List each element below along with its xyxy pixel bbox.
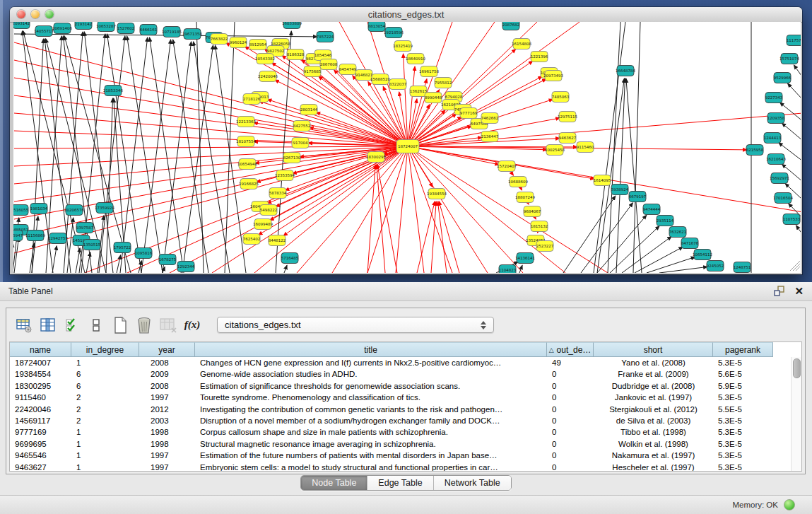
- graph-node[interactable]: 5498222: [260, 205, 278, 216]
- table-row[interactable]: 969969511998Structural magnetic resonanc…: [10, 438, 801, 450]
- zoom-window-icon[interactable]: [45, 10, 54, 18]
- graph-node[interactable]: 1292344: [177, 262, 195, 272]
- graph-node[interactable]: 9777169: [460, 108, 478, 119]
- table-row[interactable]: 977716911998Corpus callosum shape and si…: [10, 426, 801, 438]
- graph-node[interactable]: 2093142: [13, 22, 30, 29]
- graph-node[interactable]: 7663822: [211, 34, 228, 45]
- graph-node[interactable]: 8427552: [293, 121, 311, 132]
- graph-node[interactable]: 12353594: [275, 170, 295, 181]
- memory-status-icon[interactable]: [784, 499, 795, 510]
- function-builder-icon[interactable]: f(x): [183, 316, 201, 334]
- graph-node[interactable]: 8912954: [249, 40, 267, 50]
- table-row[interactable]: 1830029562008Estimation of significance …: [10, 380, 801, 392]
- graph-node[interactable]: 9684067: [524, 206, 541, 217]
- graph-node[interactable]: 17359924: [95, 203, 114, 214]
- graph-node[interactable]: 14136141: [515, 253, 535, 264]
- graph-node[interactable]: 2803144: [300, 105, 318, 115]
- graph-node[interactable]: 2516055: [13, 205, 29, 216]
- graph-node[interactable]: 1350515: [83, 240, 101, 250]
- float-window-icon[interactable]: [773, 286, 786, 297]
- graph-node[interactable]: 18325419: [393, 41, 413, 52]
- minimize-window-icon[interactable]: [31, 10, 40, 18]
- column-header-name[interactable]: name: [10, 342, 71, 357]
- graph-node[interactable]: 12942757: [48, 233, 68, 244]
- column-header-out_degree[interactable]: △out_de…: [547, 342, 594, 357]
- graph-node[interactable]: 1244413: [764, 133, 782, 144]
- graph-node[interactable]: 10654112: [693, 250, 712, 260]
- graph-node[interactable]: 2087682: [502, 22, 520, 30]
- graph-node[interactable]: 16210643: [766, 154, 786, 165]
- graph-node[interactable]: 7485063: [552, 92, 570, 103]
- graph-node[interactable]: 7462662: [481, 113, 499, 124]
- graph-node[interactable]: 1107533: [783, 214, 801, 225]
- graph-node[interactable]: 1981034: [30, 204, 48, 214]
- graph-node[interactable]: 9529966: [774, 73, 792, 83]
- graph-node[interactable]: 7955812: [435, 78, 452, 88]
- graph-node[interactable]: 10654948: [237, 159, 257, 170]
- column-header-in_degree[interactable]: in_degree: [71, 342, 139, 357]
- graph-node[interactable]: 10688609: [508, 177, 528, 187]
- graph-node[interactable]: 8990448: [425, 93, 442, 103]
- graph-node[interactable]: 12975115: [558, 112, 577, 122]
- table-row[interactable]: 1456911722003Disruption of a novel membe…: [10, 415, 801, 426]
- graph-node[interactable]: 9474444: [643, 204, 661, 215]
- network-window-titlebar[interactable]: citations_edges.txt: [10, 7, 802, 23]
- graph-node[interactable]: 9115460: [577, 142, 594, 153]
- graph-node[interactable]: 10719185: [162, 27, 182, 37]
- graph-node[interactable]: 19384554: [427, 189, 447, 199]
- graph-node[interactable]: 9397587: [76, 223, 94, 233]
- graph-node[interactable]: 6466161: [140, 25, 158, 35]
- graph-node[interactable]: 8322037: [389, 79, 407, 90]
- graph-node[interactable]: 1614095: [594, 175, 611, 186]
- graph-node[interactable]: 6679197: [629, 192, 647, 202]
- table-scrollbar-thumb[interactable]: [793, 358, 801, 378]
- graph-node[interactable]: 9245052: [707, 261, 724, 271]
- tab-edge-table[interactable]: Edge Table: [367, 476, 433, 490]
- graph-node[interactable]: 917004: [292, 138, 309, 148]
- graph-node[interactable]: 10653287: [96, 22, 116, 32]
- graph-node[interactable]: 2935114: [657, 216, 674, 226]
- graph-node[interactable]: 11156869: [25, 230, 45, 241]
- graph-node[interactable]: 15688520: [370, 74, 390, 85]
- graph-node[interactable]: 8215958: [746, 145, 764, 156]
- graph-node[interactable]: 8813054: [368, 22, 386, 32]
- column-header-short[interactable]: short: [594, 342, 713, 357]
- graph-node[interactable]: 15720407: [497, 161, 517, 172]
- graph-node[interactable]: 1095816: [135, 248, 153, 259]
- graph-node[interactable]: 1209358: [767, 113, 785, 124]
- graph-node[interactable]: 16154808: [512, 39, 531, 49]
- graph-node[interactable]: 14055717: [34, 26, 54, 37]
- graph-node[interactable]: 15751074: [779, 54, 799, 64]
- network-canvas[interactable]: 2093142140557172069140621931421065328715…: [13, 22, 801, 273]
- graph-node[interactable]: 5716485: [281, 253, 299, 264]
- graph-node[interactable]: 2867608: [320, 59, 338, 70]
- table-row[interactable]: 1938455462009Genome-wide association stu…: [10, 368, 801, 380]
- split-rows-icon[interactable]: [87, 316, 105, 334]
- graph-node[interactable]: 3915947: [13, 230, 23, 241]
- delete-table-icon[interactable]: [135, 316, 153, 334]
- graph-node[interactable]: 1248751: [734, 262, 751, 273]
- column-header-title[interactable]: title: [195, 342, 547, 357]
- graph-node[interactable]: 17016504: [773, 193, 793, 204]
- graph-node[interactable]: 12213363: [236, 117, 256, 127]
- graph-node[interactable]: 1104823: [499, 265, 517, 274]
- table-row[interactable]: 1872400712008Changes of HCN gene express…: [10, 357, 801, 368]
- graph-node[interactable]: 9227343: [765, 93, 783, 103]
- table-row[interactable]: 911546021997Tourette syndrome. Phenomeno…: [10, 392, 801, 403]
- graph-node[interactable]: 8186328: [287, 49, 305, 60]
- graph-node[interactable]: 7857224: [317, 32, 334, 42]
- graph-node[interactable]: 1117578: [787, 35, 801, 46]
- graph-node[interactable]: 18807249: [515, 192, 535, 203]
- graph-node[interactable]: 8471676: [681, 238, 699, 249]
- graph-node[interactable]: 19218596: [384, 28, 404, 38]
- graph-node[interactable]: 2523227: [536, 241, 554, 252]
- graph-node[interactable]: 15692971: [770, 173, 789, 184]
- graph-node[interactable]: 8454749: [339, 64, 357, 75]
- graph-node[interactable]: 16961758: [419, 66, 439, 77]
- close-window-icon[interactable]: [17, 10, 25, 18]
- graph-node[interactable]: 19166825: [239, 179, 259, 189]
- graph-node[interactable]: 16099489: [253, 219, 273, 230]
- graph-node[interactable]: 18640910: [406, 54, 425, 64]
- column-visibility-icon[interactable]: [39, 316, 57, 334]
- column-header-year[interactable]: year: [139, 342, 195, 357]
